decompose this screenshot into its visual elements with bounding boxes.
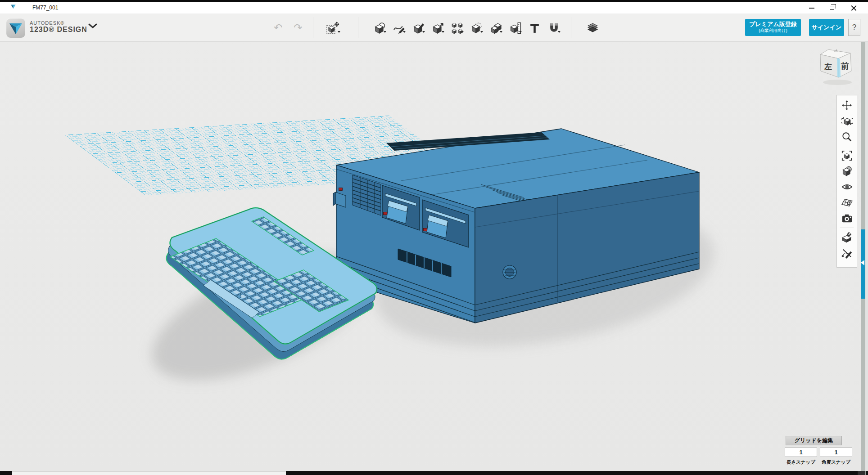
- brand-triangle-icon: [6, 18, 25, 38]
- titlebar: FM77_001: [0, 2, 868, 13]
- orbit-tool[interactable]: [839, 113, 854, 129]
- group-tool[interactable]: [468, 21, 484, 35]
- premium-register-button[interactable]: プレミアム版登録 (商業利用向け): [745, 19, 801, 36]
- collapse-arrow-icon: [861, 260, 864, 265]
- view-tool-palette: [836, 95, 857, 268]
- materials-icon: [587, 22, 599, 34]
- viewcube-highlight-edge: [837, 58, 841, 77]
- brand-wordmark: AUTODESK® 123D® DESIGN: [30, 20, 87, 34]
- modify-icon: [432, 22, 444, 34]
- redo-button[interactable]: ↷: [290, 20, 306, 35]
- primitives-tool[interactable]: [371, 21, 388, 35]
- toolbar-separator: [313, 17, 313, 38]
- angle-snap-label: 角度スナップ: [820, 459, 852, 466]
- viewcube-left-label: 左: [824, 63, 832, 71]
- brand-line1: AUTODESK®: [30, 20, 87, 26]
- orbit-icon: [841, 115, 853, 126]
- viewcube-top-label: 上: [834, 49, 839, 52]
- camera-icon: [841, 213, 853, 224]
- taskbar-light-segment: [12, 471, 286, 475]
- viewcube-shadow: [823, 80, 852, 85]
- panel-collapse-handle[interactable]: [861, 229, 865, 299]
- restore-button[interactable]: [822, 2, 842, 13]
- close-icon: [850, 5, 857, 11]
- fit-view-icon: [841, 150, 852, 161]
- signin-button[interactable]: サインイン: [809, 19, 844, 36]
- snap-tool[interactable]: [546, 21, 562, 35]
- palette-separator: [840, 146, 854, 146]
- volume-knob: [503, 265, 516, 279]
- sketch-visibility-tool[interactable]: [839, 245, 854, 261]
- minimize-icon: [809, 8, 814, 9]
- palette-separator: [840, 228, 854, 228]
- toolbar-separator: [571, 17, 571, 38]
- sketch-tool[interactable]: [391, 21, 407, 35]
- drive2-led: [424, 229, 427, 231]
- combine-icon: [490, 22, 502, 34]
- document-title: FM77_001: [32, 4, 58, 11]
- grid-visibility-tool[interactable]: [839, 195, 854, 211]
- zoom-tool[interactable]: [839, 129, 854, 144]
- snap-object-tool[interactable]: [839, 229, 854, 245]
- snap-magnet-icon: [841, 232, 853, 243]
- view-cube[interactable]: 上 左 前: [817, 44, 860, 87]
- undo-button[interactable]: ↶: [271, 20, 286, 35]
- close-button[interactable]: [842, 2, 865, 13]
- group-icon: [470, 22, 483, 34]
- measure-tool[interactable]: [507, 21, 523, 35]
- grid-eye-icon: [841, 197, 853, 208]
- snap-icon: [548, 22, 560, 34]
- visibility-tool[interactable]: [839, 179, 854, 195]
- premium-label: プレミアム版登録: [745, 21, 801, 28]
- brand-line2: 123D® DESIGN: [30, 26, 87, 34]
- magnifier-icon: [841, 131, 852, 142]
- app-menu-logo[interactable]: [6, 18, 25, 38]
- measure-icon: [509, 22, 521, 34]
- app-logo-icon: [9, 4, 17, 11]
- construct-tool[interactable]: [410, 21, 426, 35]
- length-snap-input[interactable]: [785, 448, 817, 457]
- screenshot-tool[interactable]: [839, 211, 854, 226]
- drive1-led: [384, 212, 387, 215]
- pattern-tool[interactable]: [449, 21, 465, 35]
- move-transform-icon: [326, 22, 339, 34]
- minimize-button[interactable]: [802, 2, 822, 13]
- restore-icon: [830, 6, 834, 10]
- help-button[interactable]: ?: [848, 19, 860, 36]
- fit-view-tool[interactable]: [839, 148, 854, 163]
- model-computer-case[interactable]: [333, 129, 699, 323]
- pattern-icon: [451, 22, 463, 34]
- eye-icon: [841, 181, 853, 193]
- taskbar-gray-segment: [858, 471, 865, 475]
- text-tool[interactable]: [526, 21, 542, 35]
- modify-tool[interactable]: [429, 21, 446, 35]
- taskbar-divider: [865, 471, 866, 475]
- 3d-model-viewport[interactable]: [0, 0, 868, 475]
- power-led: [339, 188, 343, 191]
- materials-tool[interactable]: [584, 21, 601, 35]
- length-snap-label: 長さスナップ: [785, 459, 817, 466]
- pan-icon: [841, 100, 852, 111]
- primitives-icon: [374, 22, 386, 34]
- main-toolbar: AUTODESK® 123D® DESIGN ↶ ↷ プレミアム版登録 (商業利…: [0, 13, 868, 42]
- chevron-down-icon[interactable]: [88, 23, 97, 29]
- edit-grid-button[interactable]: グリッドを編集: [786, 436, 842, 445]
- angle-snap-input[interactable]: [820, 448, 852, 457]
- premium-sublabel: (商業利用向け): [745, 28, 801, 33]
- bottom-taskbar-edge: [0, 471, 868, 475]
- sketch-off-icon: [841, 247, 853, 259]
- viewcube-front-label: 前: [841, 62, 849, 71]
- combine-tool[interactable]: [488, 21, 504, 35]
- sketch-icon: [393, 22, 405, 34]
- shading-icon: [841, 166, 853, 177]
- shading-tool[interactable]: [839, 163, 854, 179]
- text-icon: [529, 22, 541, 34]
- move-transform-tool[interactable]: [324, 21, 342, 35]
- pan-tool[interactable]: [839, 97, 854, 113]
- toolbar-separator: [358, 17, 358, 38]
- window-right-border: [865, 42, 868, 471]
- construct-icon: [412, 22, 425, 34]
